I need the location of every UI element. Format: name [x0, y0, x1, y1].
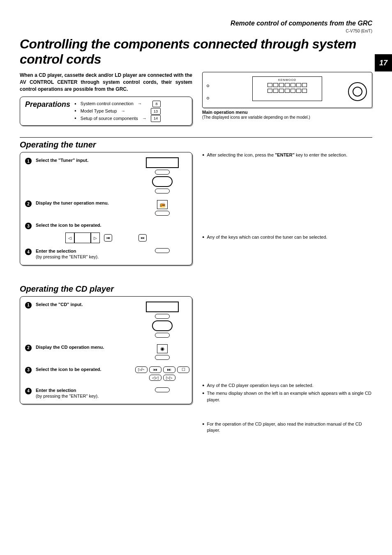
device-illustration: KENWOOD: [202, 72, 372, 108]
step-row: 4 Enter the selection (by pressing the "…: [25, 387, 187, 399]
step-text: Select the "CD" input.: [36, 302, 134, 307]
pill-icon: [155, 248, 170, 253]
step-row: 1 Select the "Tuner" input.: [25, 157, 187, 193]
note-text: Any of the keys which can control the tu…: [207, 234, 327, 240]
pill-icon: [155, 170, 170, 175]
note-text: For the operation of the CD player, also…: [207, 421, 372, 434]
device-caption: Main operation menu: [202, 110, 372, 115]
bullet-icon: ●: [202, 152, 204, 158]
note-item: ● Any of the keys which can control the …: [202, 234, 372, 240]
main-title: Controlling the components connected thr…: [20, 37, 372, 67]
prep-item-label: Setup of source components: [81, 115, 138, 122]
prep-item: Model Type Setup → 13: [74, 108, 161, 115]
pill-icon: [155, 355, 170, 360]
device-brand: KENWOOD: [254, 78, 320, 81]
step-text: Display the tuner operation menu.: [36, 200, 134, 206]
device-screen: KENWOOD: [252, 76, 322, 101]
arrow-icon: →: [121, 108, 125, 115]
stop-icon: ☐: [177, 366, 189, 373]
radio-icon: 📻: [157, 200, 168, 209]
note-item: ● After selecting the icon, press the "E…: [202, 152, 372, 158]
pill-icon: [155, 211, 170, 216]
pill-icon: [155, 333, 170, 338]
play-pause-icon: ▷/𝄐: [135, 366, 148, 373]
device-note: (The displayed icons are variable depend…: [202, 115, 372, 120]
page-ref: 8: [152, 101, 161, 107]
prep-item-label: System control connection: [81, 100, 134, 108]
intro-paragraph: When a CD player, cassette deck and/or L…: [20, 72, 192, 92]
step-row: 1 Select the "CD" input.: [25, 302, 187, 338]
step-text: Display the CD operation menu.: [36, 344, 134, 350]
oval-button-icon: [152, 320, 173, 331]
prep-item: Setup of source components → 14: [74, 115, 161, 122]
step-text: Select the icon to be operated.: [36, 222, 187, 228]
skip-next-icon: ⏭: [163, 366, 175, 373]
step-illustration: [138, 157, 187, 193]
bullet-icon: ●: [202, 391, 204, 403]
bullet-icon: ●: [202, 421, 204, 434]
bullet-icon: ●: [202, 383, 204, 389]
note-text: key to enter the selection.: [295, 152, 347, 157]
disc-icon: ◉: [157, 344, 168, 353]
device-icon-row: [254, 83, 320, 87]
header-code: C-V750 (En/T): [20, 29, 372, 33]
page-ref: 14: [151, 115, 161, 122]
screen-icon: [146, 157, 179, 168]
page-ref: 13: [151, 108, 161, 115]
left-arrow-icon: ◁: [65, 233, 74, 243]
step-row: 2 Display the CD operation menu. ◉: [25, 344, 187, 360]
preparations-list: System control connection → 8 Model Type…: [74, 100, 161, 122]
step-number: 1: [25, 302, 32, 309]
fast-forward-icon: ▷▷: [163, 375, 175, 381]
rewind-icon: ◁◁: [149, 375, 161, 381]
bullet-icon: ●: [202, 235, 204, 240]
step-number: 4: [25, 388, 32, 394]
step-row: 3 Select the icon to be operated.: [25, 222, 187, 229]
step-row: 2 Display the tuner operation menu. 📻: [25, 200, 187, 216]
step-number: 3: [25, 223, 32, 229]
note-text: Any of the CD player operation keys can …: [207, 382, 313, 389]
step-illustration: ◉: [138, 344, 187, 360]
preparations-box: Preparations System control connection →…: [20, 97, 192, 126]
note-text: The menu display shown on the left is an…: [207, 390, 372, 403]
note-item: ● Any of the CD player operation keys ca…: [202, 382, 372, 389]
cd-section-title: Operating the CD player: [20, 284, 372, 294]
slider-dot-icon: [207, 97, 209, 99]
step-number: 3: [25, 367, 32, 373]
joystick-center-icon: [74, 233, 91, 243]
right-arrow-icon: ▷: [91, 233, 100, 243]
skip-prev-icon: ⏮: [149, 366, 161, 373]
step-illustration: [138, 387, 187, 392]
note-bold: "ENTER": [275, 152, 295, 157]
page-number-tab: 17: [375, 54, 392, 71]
step-illustration: ▷/𝄐 ⏮ ⏭ ☐ ◁◁ ▷▷: [138, 366, 187, 381]
step-number: 2: [25, 345, 32, 351]
step-illustration: [138, 248, 187, 253]
step-number: 4: [25, 249, 32, 255]
tuner-steps-box: 1 Select the "Tuner" input. 2 Display th…: [20, 152, 192, 265]
preparations-title: Preparations: [25, 100, 74, 109]
prep-item-label: Model Type Setup: [81, 108, 117, 115]
slider-dot-icon: [207, 85, 209, 87]
step-text: Select the "Tuner" input.: [36, 157, 134, 163]
oval-button-icon: [152, 176, 173, 187]
jog-wheel-icon: [348, 82, 367, 101]
step-row: 3 Select the icon to be operated. ▷/𝄐 ⏮ …: [25, 366, 187, 381]
cd-control-icons: ▷/𝄐 ⏮ ⏭ ☐ ◁◁ ▷▷: [131, 366, 193, 381]
screen-icon: [146, 302, 179, 312]
step-text: Enter the selection (by pressing the "EN…: [36, 248, 134, 260]
step-number: 1: [25, 158, 32, 164]
cd-steps-box: 1 Select the "CD" input. 2 Display the C…: [20, 296, 192, 405]
pill-icon: [155, 314, 170, 319]
step-illustration: 📻: [138, 200, 187, 216]
step-text: Enter the selection (by pressing the "EN…: [36, 387, 134, 399]
step-illustration: [138, 302, 187, 338]
step-number: 2: [25, 200, 32, 207]
arrow-icon: →: [138, 100, 142, 108]
pill-icon: [155, 387, 170, 392]
arrow-icon: →: [142, 115, 147, 122]
step-row: 4 Enter the selection (by pressing the "…: [25, 248, 187, 260]
step-text: Select the icon to be operated.: [36, 366, 134, 372]
prep-item: System control connection → 8: [74, 100, 161, 108]
tuner-section-title: Operating the tuner: [20, 140, 372, 150]
